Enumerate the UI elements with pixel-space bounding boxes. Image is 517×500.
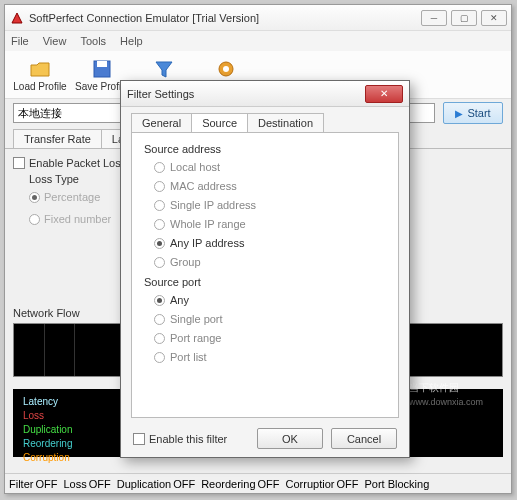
menu-help[interactable]: Help	[120, 35, 143, 47]
status-loss: Loss	[63, 478, 86, 490]
svg-rect-1	[97, 61, 107, 67]
radio-fixed-label: Fixed number	[44, 213, 111, 225]
enable-filter-checkbox[interactable]: Enable this filter	[133, 433, 249, 445]
play-icon: ▶	[455, 108, 463, 119]
save-icon	[91, 58, 113, 80]
watermark-main: 当下软件园	[409, 381, 483, 395]
radio-port-any-label: Any	[170, 294, 189, 306]
enable-packet-loss-label: Enable Packet Los	[29, 157, 121, 169]
status-off: OFF	[35, 478, 57, 490]
radio-mac-address[interactable]: MAC address	[154, 180, 386, 192]
ok-button[interactable]: OK	[257, 428, 323, 449]
app-icon	[9, 10, 25, 26]
titlebar: SoftPerfect Connection Emulator [Trial V…	[5, 5, 511, 31]
folder-open-icon	[29, 58, 51, 80]
checkbox-icon	[133, 433, 145, 445]
dialog-footer: Enable this filter OK Cancel	[121, 424, 409, 453]
tab-transfer-rate[interactable]: Transfer Rate	[13, 129, 102, 148]
radio-icon	[154, 200, 165, 211]
radio-any-ip-label: Any IP address	[170, 237, 244, 249]
close-button[interactable]: ✕	[481, 10, 507, 26]
connection-value: 本地连接	[18, 106, 62, 121]
status-filter: Filter	[9, 478, 33, 490]
radio-whole-ip[interactable]: Whole IP range	[154, 218, 386, 230]
radio-port-single-label: Single port	[170, 313, 223, 325]
source-address-label: Source address	[144, 143, 386, 155]
radio-icon	[154, 238, 165, 249]
funnel-icon	[153, 58, 175, 80]
radio-port-list-label: Port list	[170, 351, 207, 363]
minimize-button[interactable]: ─	[421, 10, 447, 26]
svg-point-3	[223, 66, 229, 72]
radio-icon	[154, 162, 165, 173]
status-bar: FilterOFF LossOFF DuplicationOFF Reorder…	[5, 473, 511, 493]
radio-icon	[29, 192, 40, 203]
radio-local-label: Local host	[170, 161, 220, 173]
radio-any-ip[interactable]: Any IP address	[154, 237, 386, 249]
load-profile-label: Load Profile	[13, 81, 66, 92]
radio-port-range[interactable]: Port range	[154, 332, 386, 344]
radio-port-list[interactable]: Port list	[154, 351, 386, 363]
radio-icon	[154, 333, 165, 344]
radio-icon	[154, 257, 165, 268]
radio-port-single[interactable]: Single port	[154, 313, 386, 325]
radio-icon	[154, 352, 165, 363]
radio-local-host[interactable]: Local host	[154, 161, 386, 173]
radio-icon	[154, 181, 165, 192]
status-off: OFF	[258, 478, 280, 490]
source-port-label: Source port	[144, 276, 386, 288]
filter-settings-dialog: Filter Settings ✕ General Source Destina…	[120, 80, 410, 458]
cancel-button[interactable]: Cancel	[331, 428, 397, 449]
checkbox-icon	[13, 157, 25, 169]
menu-tools[interactable]: Tools	[80, 35, 106, 47]
radio-icon	[29, 214, 40, 225]
window-title: SoftPerfect Connection Emulator [Trial V…	[29, 12, 421, 24]
gear-icon	[215, 58, 237, 80]
status-dup: Duplication	[117, 478, 171, 490]
radio-port-range-label: Port range	[170, 332, 221, 344]
dialog-titlebar: Filter Settings ✕	[121, 81, 409, 107]
enable-filter-label: Enable this filter	[149, 433, 227, 445]
menu-file[interactable]: File	[11, 35, 29, 47]
watermark: 当下软件园 www.downxia.com	[409, 381, 483, 409]
status-off: OFF	[173, 478, 195, 490]
menubar: File View Tools Help	[5, 31, 511, 51]
radio-group[interactable]: Group	[154, 256, 386, 268]
radio-single-ip[interactable]: Single IP address	[154, 199, 386, 211]
dialog-close-button[interactable]: ✕	[365, 85, 403, 103]
radio-percentage-label: Percentage	[44, 191, 100, 203]
status-reorder: Reordering	[201, 478, 255, 490]
start-button[interactable]: ▶ Start	[443, 102, 503, 124]
dialog-tabs: General Source Destination	[121, 107, 409, 132]
watermark-sub: www.downxia.com	[409, 395, 483, 409]
menu-view[interactable]: View	[43, 35, 67, 47]
tab-destination[interactable]: Destination	[247, 113, 324, 132]
radio-icon	[154, 295, 165, 306]
tab-general[interactable]: General	[131, 113, 192, 132]
radio-icon	[154, 314, 165, 325]
radio-port-any[interactable]: Any	[154, 294, 386, 306]
radio-mac-label: MAC address	[170, 180, 237, 192]
load-profile-button[interactable]: Load Profile	[11, 54, 69, 96]
window-buttons: ─ ▢ ✕	[421, 10, 507, 26]
maximize-button[interactable]: ▢	[451, 10, 477, 26]
tab-source[interactable]: Source	[191, 113, 248, 132]
radio-single-ip-label: Single IP address	[170, 199, 256, 211]
status-off: OFF	[89, 478, 111, 490]
radio-whole-ip-label: Whole IP range	[170, 218, 246, 230]
radio-icon	[154, 219, 165, 230]
status-off: OFF	[336, 478, 358, 490]
start-label: Start	[467, 107, 490, 119]
status-corrupt: Corruptior	[286, 478, 335, 490]
status-port: Port Blocking	[364, 478, 429, 490]
radio-group-label: Group	[170, 256, 201, 268]
dialog-tab-body: Source address Local host MAC address Si…	[131, 132, 399, 418]
dialog-title: Filter Settings	[127, 88, 365, 100]
